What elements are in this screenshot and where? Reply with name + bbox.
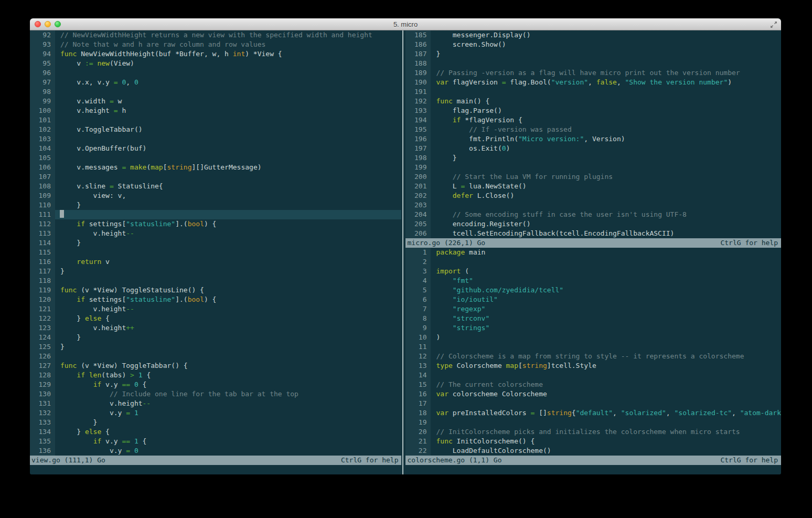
code-line[interactable]: 113 v.height-- — [30, 229, 401, 238]
code-line[interactable]: 129 if v.y == 0 { — [30, 380, 401, 389]
code-line[interactable]: 17 — [405, 399, 781, 408]
code-text: func (v *View) ToggleStatusLine() { — [55, 286, 401, 295]
code-line[interactable]: 98 — [30, 87, 401, 97]
code-line[interactable]: 193 flag.Parse() — [405, 106, 781, 115]
code-line[interactable]: 121 v.height-- — [30, 304, 401, 314]
code-line[interactable]: 186 screen.Show() — [405, 40, 781, 49]
code-line[interactable]: 188 — [405, 59, 781, 68]
code-line[interactable]: 116 return v — [30, 257, 401, 267]
code-line[interactable]: 126 — [30, 352, 401, 361]
code-line[interactable]: 105 — [30, 153, 401, 163]
editor-pane-micro-go[interactable]: 185 messenger.Display()186 screen.Show()… — [405, 30, 781, 238]
code-line[interactable]: 110 } — [30, 200, 401, 210]
code-line[interactable]: 14 — [405, 371, 781, 380]
code-line[interactable]: 1package main — [405, 248, 781, 257]
code-line[interactable]: 133 } — [30, 418, 401, 427]
code-line[interactable]: 103 — [30, 134, 401, 144]
code-line[interactable]: 6 "io/ioutil" — [405, 295, 781, 304]
code-line[interactable]: 102 v.ToggleTabbar() — [30, 125, 401, 134]
code-line[interactable]: 112 if settings["statusline"].(bool) { — [30, 219, 401, 229]
window-titlebar[interactable]: 5. micro — [30, 18, 781, 30]
code-line[interactable]: 97 v.x, v.y = 0, 0 — [30, 78, 401, 87]
code-line[interactable]: 190var flagVersion = flag.Bool("version"… — [405, 78, 781, 87]
code-line[interactable]: 118 — [30, 276, 401, 286]
code-line[interactable]: 197 os.Exit(0) — [405, 144, 781, 153]
editor-pane-colorscheme-go[interactable]: 1package main23import (4 "fmt"5 "github.… — [405, 248, 781, 456]
code-line[interactable]: 94func NewViewWidthHeight(buf *Buffer, w… — [30, 49, 401, 59]
code-line[interactable]: 100 v.height = h — [30, 106, 401, 115]
code-line[interactable]: 132 v.y = 1 — [30, 408, 401, 418]
code-line[interactable]: 198 } — [405, 153, 781, 163]
code-line[interactable]: 135 if v.y == 1 { — [30, 437, 401, 446]
code-line[interactable]: 3import ( — [405, 267, 781, 276]
line-number: 5 — [405, 286, 431, 295]
code-line[interactable]: 128 if len(tabs) > 1 { — [30, 371, 401, 380]
code-line[interactable]: 111 — [30, 210, 401, 219]
code-line[interactable]: 203 — [405, 200, 781, 210]
code-line[interactable]: 199 — [405, 163, 781, 172]
code-line[interactable]: 120 if settings["statusline"].(bool) { — [30, 295, 401, 304]
code-line[interactable]: 12// Colorscheme is a map from string to… — [405, 352, 781, 361]
command-line[interactable] — [405, 465, 781, 474]
code-line[interactable]: 101 — [30, 115, 401, 125]
code-line[interactable]: 134 } else { — [30, 427, 401, 437]
code-line[interactable]: 2 — [405, 257, 781, 267]
code-text: v.ToggleTabbar() — [55, 125, 401, 134]
code-line[interactable]: 9 "strings" — [405, 323, 781, 333]
code-line[interactable]: 117} — [30, 267, 401, 276]
code-line[interactable]: 99 v.width = w — [30, 97, 401, 106]
code-line[interactable]: 20// InitColorscheme picks and initializ… — [405, 427, 781, 437]
code-line[interactable]: 15// The current colorscheme — [405, 380, 781, 389]
code-line[interactable]: 202 defer L.Close() — [405, 191, 781, 200]
code-line[interactable]: 115 — [30, 248, 401, 257]
code-line[interactable]: 191 — [405, 87, 781, 97]
code-line[interactable]: 194 if *flagVersion { — [405, 115, 781, 125]
code-line[interactable]: 196 fmt.Println("Micro version:", Versio… — [405, 134, 781, 144]
code-line[interactable]: 13type Colorscheme map[string]tcell.Styl… — [405, 361, 781, 371]
code-line[interactable]: 93// Note that w and h are raw column an… — [30, 40, 401, 49]
code-line[interactable]: 200 // Start the Lua VM for running plug… — [405, 172, 781, 182]
code-line[interactable]: 124 } — [30, 333, 401, 342]
code-line[interactable]: 114 } — [30, 238, 401, 248]
line-number: 110 — [30, 200, 55, 210]
code-line[interactable]: 21func InitColorscheme() { — [405, 437, 781, 446]
command-line[interactable] — [30, 465, 401, 474]
code-line[interactable]: 192func main() { — [405, 97, 781, 106]
code-line[interactable]: 5 "github.com/zyedidia/tcell" — [405, 286, 781, 295]
code-line[interactable]: 4 "fmt" — [405, 276, 781, 286]
code-line[interactable]: 122 } else { — [30, 314, 401, 323]
code-line[interactable]: 189// Passing -version as a flag will ha… — [405, 68, 781, 78]
code-line[interactable]: 95 v := new(View) — [30, 59, 401, 68]
code-line[interactable]: 11 — [405, 342, 781, 352]
code-line[interactable]: 104 v.OpenBuffer(buf) — [30, 144, 401, 153]
code-line[interactable]: 206 tcell.SetEncodingFallback(tcell.Enco… — [405, 229, 781, 238]
code-line[interactable]: 16var colorscheme Colorscheme — [405, 389, 781, 399]
code-line[interactable]: 7 "regexp" — [405, 304, 781, 314]
code-line[interactable]: 125} — [30, 342, 401, 352]
code-line[interactable]: 131 v.height-- — [30, 399, 401, 408]
code-line[interactable]: 106 v.messages = make(map[string][]Gutte… — [30, 163, 401, 172]
code-line[interactable]: 107 — [30, 172, 401, 182]
code-line[interactable]: 127func (v *View) ToggleTabbar() { — [30, 361, 401, 371]
code-line[interactable]: 108 v.sline = Statusline{ — [30, 182, 401, 191]
code-line[interactable]: 109 view: v, — [30, 191, 401, 200]
code-line[interactable]: 187} — [405, 49, 781, 59]
code-line[interactable]: 130 // Include one line for the tab bar … — [30, 389, 401, 399]
code-line[interactable]: 18var preInstalledColors = []string{"def… — [405, 408, 781, 418]
code-line[interactable]: 96 — [30, 68, 401, 78]
code-line[interactable]: 119func (v *View) ToggleStatusLine() { — [30, 286, 401, 295]
code-line[interactable]: 10) — [405, 333, 781, 342]
code-line[interactable]: 8 "strconv" — [405, 314, 781, 323]
code-line[interactable]: 22 LoadDefaultColorscheme() — [405, 446, 781, 456]
code-line[interactable]: 205 encoding.Register() — [405, 219, 781, 229]
code-line[interactable]: 201 L = lua.NewState() — [405, 182, 781, 191]
code-line[interactable]: 19 — [405, 418, 781, 427]
code-line[interactable]: 92// NewViewWidthHeight returns a new vi… — [30, 30, 401, 40]
fullscreen-arrows-icon[interactable] — [770, 20, 778, 29]
code-line[interactable]: 185 messenger.Display() — [405, 30, 781, 40]
code-line[interactable]: 195 // If -version was passed — [405, 125, 781, 134]
code-line[interactable]: 204 // Some encoding stuff in case the u… — [405, 210, 781, 219]
code-line[interactable]: 136 v.y = 0 — [30, 446, 401, 456]
editor-pane-view-go[interactable]: 92// NewViewWidthHeight returns a new vi… — [30, 30, 401, 456]
code-line[interactable]: 123 v.height++ — [30, 323, 401, 333]
